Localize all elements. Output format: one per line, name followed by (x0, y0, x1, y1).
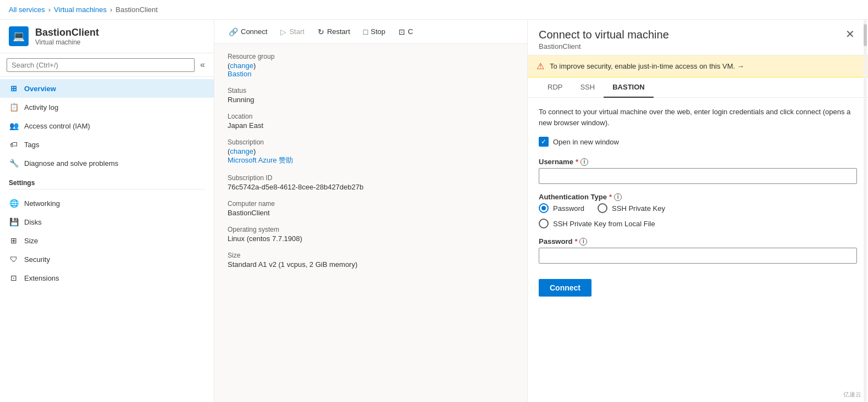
panel-close-button[interactable]: ✕ (843, 29, 857, 40)
sidebar-item-diagnose[interactable]: 🔧 Diagnose and solve problems (0, 154, 214, 172)
restart-icon: ↻ (318, 27, 324, 36)
computer-name-value: BastionClient (228, 209, 514, 217)
vm-title: BastionClient (35, 27, 99, 38)
status-row: Status Running (228, 87, 514, 104)
username-info-icon[interactable]: i (580, 158, 588, 166)
password-required: * (574, 237, 577, 245)
radio-ssh-key[interactable] (598, 203, 607, 213)
username-label: Username * i (539, 158, 857, 166)
username-field: Username * i (539, 158, 857, 184)
extensions-label: Extensions (24, 274, 59, 282)
password-field: Password * i (539, 237, 857, 264)
resource-group-row: Resource group (change) Bastion (228, 53, 514, 78)
username-input[interactable] (539, 168, 857, 184)
password-info-icon[interactable]: i (579, 238, 587, 245)
settings-section-label: Settings (0, 172, 214, 189)
warning-icon: ⚠ (537, 61, 544, 71)
sidebar-item-tags[interactable]: 🏷 Tags (0, 135, 214, 154)
watermark: 亿速云 (841, 389, 864, 400)
sidebar: 💻 BastionClient Virtual machine « ⊞ Over… (0, 20, 214, 402)
nav-list: ⊞ Overview 📋 Activity log 👥 Access contr… (0, 77, 214, 402)
tab-ssh[interactable]: SSH (571, 77, 604, 98)
warning-text: To improve security, enable just-in-time… (550, 62, 744, 70)
toolbar: 🔗 Connect ▷ Start ↻ Restart □ Stop ⊡ C (214, 20, 527, 44)
location-row: Location Japan East (228, 113, 514, 130)
resource-group-change-link[interactable]: change (230, 62, 253, 70)
radio-password-label: Password (553, 204, 584, 213)
radio-password[interactable] (539, 203, 549, 213)
activity-log-icon: 📋 (9, 102, 19, 112)
radio-ssh-local-file[interactable] (539, 219, 549, 228)
warning-banner: ⚠ To improve security, enable just-in-ti… (528, 55, 868, 77)
extensions-icon: ⊡ (9, 273, 19, 283)
open-new-window-checkbox[interactable]: ✓ (539, 137, 549, 147)
open-new-window-row: ✓ Open in new window (539, 137, 857, 147)
tags-label: Tags (24, 141, 39, 149)
subscription-id-value: 76c5742a-d5e8-4612-8cee-28b427deb27b (228, 183, 514, 191)
disks-icon: 💾 (9, 217, 19, 227)
auth-type-info-icon[interactable]: i (614, 193, 622, 201)
panel-connect-button[interactable]: Connect (539, 279, 591, 297)
stop-icon: □ (363, 27, 368, 36)
breadcrumb-sep1: › (48, 5, 51, 14)
size-label-detail: Size (228, 252, 514, 259)
status-value: Running (228, 96, 514, 104)
start-label: Start (289, 27, 304, 36)
breadcrumb-sep2: › (110, 5, 112, 14)
stop-button[interactable]: □ Stop (358, 25, 391, 38)
subscription-link[interactable]: Microsoft Azure 赞助 (228, 156, 293, 164)
sidebar-item-overview[interactable]: ⊞ Overview (0, 79, 214, 98)
networking-icon: 🌐 (9, 198, 19, 208)
size-row: Size Standard A1 v2 (1 vcpus, 2 GiB memo… (228, 252, 514, 269)
restart-label: Restart (327, 27, 350, 36)
username-required: * (576, 158, 578, 166)
overview-label: Overview (24, 85, 56, 93)
start-icon: ▷ (280, 27, 286, 36)
warning-arrow: → (737, 62, 744, 70)
breadcrumb-current: BastionClient (115, 5, 158, 14)
connect-panel: Connect to virtual machine BastionClient… (527, 20, 868, 402)
start-button[interactable]: ▷ Start (275, 25, 309, 38)
panel-subtitle: BastionClient (539, 42, 669, 51)
connection-tabs: RDP SSH BASTION (528, 77, 868, 98)
search-input[interactable] (7, 58, 195, 72)
vm-header: 💻 BastionClient Virtual machine (0, 20, 214, 53)
access-control-label: Access control (IAM) (24, 122, 90, 130)
auth-type-label: Authentication Type * i (539, 193, 857, 201)
sidebar-item-size[interactable]: ⊞ Size (0, 231, 214, 250)
breadcrumb-all-services[interactable]: All services (9, 5, 45, 14)
sidebar-item-access-control[interactable]: 👥 Access control (IAM) (0, 116, 214, 135)
sidebar-item-extensions[interactable]: ⊡ Extensions (0, 269, 214, 287)
password-input[interactable] (539, 248, 857, 264)
scrollbar[interactable] (864, 20, 867, 402)
sidebar-item-activity-log[interactable]: 📋 Activity log (0, 98, 214, 116)
restart-button[interactable]: ↻ Restart (312, 25, 356, 38)
auth-type-radio-group: Password SSH Private Key SSH Private Key… (539, 203, 857, 228)
breadcrumb-virtual-machines[interactable]: Virtual machines (54, 5, 107, 14)
subscription-id-label: Subscription ID (228, 174, 514, 182)
resource-group-link[interactable]: Bastion (228, 70, 251, 78)
vm-details: Resource group (change) Bastion Status R… (214, 44, 527, 402)
sidebar-item-security[interactable]: 🛡 Security (0, 250, 214, 269)
size-icon: ⊞ (9, 236, 19, 245)
capture-label: C (408, 27, 413, 36)
subscription-value: (change) Microsoft Azure 赞助 (228, 147, 514, 165)
diagnose-label: Diagnose and solve problems (24, 159, 118, 168)
tab-rdp[interactable]: RDP (539, 77, 571, 98)
radio-ssh-local-file-label: SSH Private Key from Local File (553, 220, 655, 228)
subscription-change-link[interactable]: change (230, 147, 253, 155)
vm-icon: 💻 (9, 26, 29, 46)
connect-button[interactable]: 🔗 Connect (223, 25, 273, 38)
radio-row-password: Password SSH Private Key (539, 203, 857, 213)
networking-label: Networking (24, 199, 60, 208)
os-value: Linux (centos 7.7.1908) (228, 235, 514, 243)
tab-bastion[interactable]: BASTION (604, 77, 654, 98)
subscription-label: Subscription (228, 138, 514, 146)
collapse-button[interactable]: « (198, 58, 207, 72)
sidebar-item-disks[interactable]: 💾 Disks (0, 213, 214, 231)
capture-button[interactable]: ⊡ C (393, 25, 418, 38)
sidebar-item-networking[interactable]: 🌐 Networking (0, 194, 214, 213)
connect-icon: 🔗 (229, 27, 238, 36)
activity-log-label: Activity log (24, 103, 58, 111)
auth-type-field: Authentication Type * i Password SSH Pri… (539, 193, 857, 228)
